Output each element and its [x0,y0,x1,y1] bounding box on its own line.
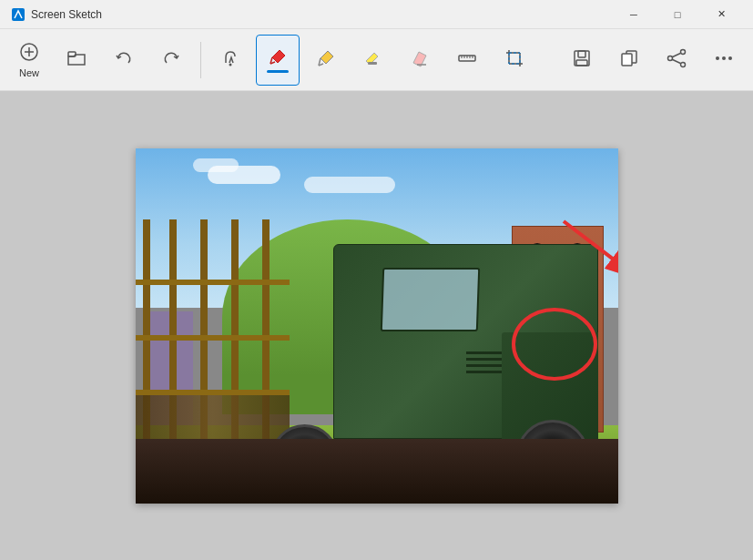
svg-rect-25 [576,60,587,66]
svg-point-28 [681,50,686,55]
save-button[interactable] [560,35,604,86]
redo-icon [161,48,181,71]
cloud-2 [193,158,239,172]
copy-icon [619,48,639,71]
under-carriage [136,439,618,503]
minimize-button[interactable]: ─ [613,0,655,29]
app-title: Screen Sketch [31,8,102,21]
more-button[interactable] [702,35,746,86]
windshield [381,268,481,331]
canvas-area [0,91,753,560]
share-button[interactable] [655,35,698,86]
new-icon [19,42,39,65]
maximize-button[interactable]: □ [656,0,698,29]
undo-button[interactable] [102,35,146,86]
svg-point-5 [229,64,232,66]
window-controls: ─ □ ✕ [613,0,742,29]
crop-button[interactable] [493,35,536,86]
image-container[interactable] [136,148,618,504]
rail-2 [136,335,290,341]
close-button[interactable]: ✕ [700,0,742,29]
pencil-icon [315,48,335,71]
separator-1 [200,42,201,78]
share-icon [667,48,687,71]
toolbar: New [0,29,753,91]
rail-3 [136,280,290,285]
title-bar-left: Screen Sketch [11,7,102,22]
pen-icon [268,46,288,69]
svg-point-34 [722,56,726,60]
highlighter-icon [362,48,382,71]
truck-image [136,148,618,504]
pen-button[interactable] [256,35,300,86]
title-bar: Screen Sketch ─ □ ✕ [0,0,753,29]
active-indicator [267,70,289,73]
pencil-button[interactable] [303,35,347,86]
redo-button[interactable] [149,35,193,86]
svg-point-35 [728,56,732,60]
eraser-button[interactable] [398,35,442,86]
svg-line-31 [672,53,681,56]
app-icon [11,7,25,22]
truck-bed [136,219,290,440]
svg-rect-24 [578,51,585,57]
touch-write-icon [220,48,240,71]
svg-point-33 [716,56,719,60]
ruler-button[interactable] [445,35,489,86]
open-icon [66,48,86,71]
svg-rect-22 [509,53,520,64]
svg-line-32 [672,59,681,63]
eraser-icon [410,48,430,71]
new-button[interactable]: New [7,35,51,86]
open-button[interactable] [55,35,98,86]
save-icon [572,48,592,71]
cloud-3 [304,177,395,193]
undo-icon [114,48,134,71]
svg-point-29 [681,63,686,67]
copy-button[interactable] [607,35,651,86]
ruler-icon [457,48,477,71]
svg-rect-27 [622,54,632,66]
touch-write-button[interactable] [209,35,252,86]
more-icon [714,48,734,71]
highlighter-button[interactable] [351,35,394,86]
svg-point-30 [668,56,673,61]
new-label: New [19,67,39,78]
svg-rect-10 [368,62,377,65]
plank-bottom [136,395,290,439]
crop-icon [504,48,524,71]
